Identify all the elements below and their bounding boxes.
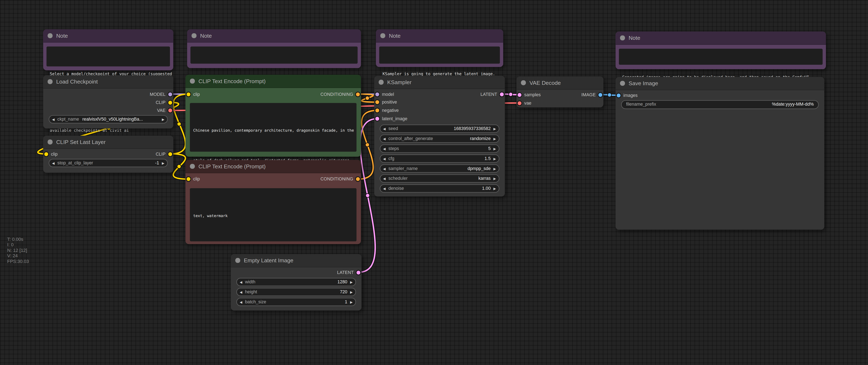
clip-port-icon[interactable] [186, 92, 190, 96]
decrement-arrow-icon[interactable]: ◀ [380, 167, 389, 170]
node-header[interactable]: VAE Decode [517, 77, 603, 90]
decrement-arrow-icon[interactable]: ◀ [49, 118, 57, 121]
node-clip-set-last-layer[interactable]: CLIP Set Last Layer clip CLIP ◀ stop_at_… [43, 135, 173, 173]
widget-height[interactable]: ◀ height 720 ▶ [236, 288, 356, 296]
note-textarea[interactable]: Set your text prompt here (green box for… [190, 47, 358, 64]
increment-arrow-icon[interactable]: ▶ [491, 157, 499, 160]
increment-arrow-icon[interactable]: ▶ [491, 187, 499, 190]
decrement-arrow-icon[interactable]: ◀ [380, 157, 389, 160]
clip-port-icon[interactable] [186, 177, 190, 181]
output-port-conditioning[interactable]: CONDITIONING [320, 92, 360, 97]
decrement-arrow-icon[interactable]: ◀ [49, 161, 57, 164]
node-header[interactable]: Load Checkpoint [43, 75, 173, 89]
node-clip-text-encode-negative[interactable]: CLIP Text Encode (Prompt) clip CONDITION… [185, 160, 361, 244]
clip-port-icon[interactable] [44, 152, 48, 156]
output-port-latent[interactable]: LATENT [337, 270, 361, 275]
decrement-arrow-icon[interactable]: ◀ [380, 187, 389, 190]
clip-port-icon[interactable] [168, 100, 172, 104]
widget-scheduler[interactable]: ◀ scheduler karras ▶ [380, 174, 499, 183]
node-header[interactable]: CLIP Text Encode (Prompt) [185, 75, 361, 88]
collapse-dot-icon[interactable] [521, 81, 526, 85]
increment-arrow-icon[interactable]: ▶ [491, 137, 499, 141]
decrement-arrow-icon[interactable]: ◀ [380, 177, 389, 180]
widget-cfg[interactable]: ◀ cfg 1.5 ▶ [380, 154, 499, 163]
output-port-clip[interactable]: CLIP [156, 151, 172, 156]
widget-width[interactable]: ◀ width 1280 ▶ [236, 278, 356, 286]
latent-port-icon[interactable] [500, 92, 504, 96]
widget-filename-prefix[interactable]: filename_prefix %date:yyyy-MM-dd% [621, 100, 819, 109]
note-header[interactable]: Note [187, 29, 361, 43]
widget-batch-size[interactable]: ◀ batch_size 1 ▶ [236, 298, 356, 306]
note-node-checkpoint[interactable]: Note Select a model/checkpoint of your c… [43, 29, 173, 70]
widget-stop-at-clip-layer[interactable]: ◀ stop_at_clip_layer -1 ▶ [49, 159, 168, 167]
input-port-vae[interactable]: vae [518, 100, 531, 105]
collapse-dot-icon[interactable] [48, 80, 52, 84]
conditioning-port-icon[interactable] [356, 177, 360, 181]
input-port-positive[interactable]: positive [375, 99, 397, 104]
collapse-dot-icon[interactable] [191, 33, 196, 38]
vae-port-icon[interactable] [518, 101, 522, 105]
latent-port-icon[interactable] [356, 270, 361, 274]
widget-control-after-generate[interactable]: ◀ control_after_generate randomize ▶ [380, 134, 499, 143]
model-port-icon[interactable] [375, 92, 379, 96]
node-ksampler[interactable]: KSampler model positive negative latent_… [374, 76, 505, 196]
note-header[interactable]: Note [616, 31, 826, 45]
input-port-model[interactable]: model [375, 92, 394, 97]
collapse-dot-icon[interactable] [379, 80, 383, 85]
note-textarea[interactable]: KSampler is going to generate the latent… [379, 47, 500, 64]
input-port-clip[interactable]: clip [44, 151, 58, 156]
input-port-latent-image[interactable]: latent_image [375, 116, 407, 121]
node-vae-decode[interactable]: VAE Decode samples vae IMAGE [517, 77, 603, 108]
node-clip-text-encode-positive[interactable]: CLIP Text Encode (Prompt) clip CONDITION… [185, 75, 361, 157]
node-empty-latent-image[interactable]: Empty Latent Image LATENT ◀ width 1280 ▶… [231, 254, 362, 311]
widget-sampler-name[interactable]: ◀ sampler_name dpmpp_sde ▶ [380, 164, 499, 173]
decrement-arrow-icon[interactable]: ◀ [237, 300, 245, 304]
image-port-icon[interactable] [598, 93, 602, 97]
latent-port-icon[interactable] [518, 93, 522, 97]
output-port-clip[interactable]: CLIP [156, 100, 172, 105]
collapse-dot-icon[interactable] [48, 140, 52, 144]
note-node-ksampler[interactable]: Note KSampler is going to generate the l… [376, 29, 503, 67]
input-port-negative[interactable]: negative [375, 108, 399, 113]
decrement-arrow-icon[interactable]: ◀ [380, 147, 389, 150]
negative-prompt-textarea[interactable]: text, watermark [190, 188, 356, 241]
decrement-arrow-icon[interactable]: ◀ [237, 291, 245, 294]
output-port-latent[interactable]: LATENT [480, 92, 504, 97]
input-port-clip[interactable]: clip [186, 92, 200, 97]
note-node-save[interactable]: Note Generated images are going to be di… [616, 31, 826, 69]
increment-arrow-icon[interactable]: ▶ [159, 118, 167, 121]
increment-arrow-icon[interactable]: ▶ [347, 300, 355, 304]
note-header[interactable]: Note [376, 29, 503, 43]
node-load-checkpoint[interactable]: Load Checkpoint MODEL CLIP VAE ◀ ckpt_na… [43, 75, 173, 128]
clip-port-icon[interactable] [168, 152, 172, 156]
input-port-images[interactable]: images [617, 93, 638, 98]
decrement-arrow-icon[interactable]: ◀ [380, 137, 389, 141]
node-header[interactable]: CLIP Set Last Layer [43, 135, 173, 149]
collapse-dot-icon[interactable] [620, 36, 625, 40]
conditioning-port-icon[interactable] [375, 100, 379, 104]
node-save-image[interactable]: Save Image images filename_prefix %date:… [616, 77, 824, 230]
collapse-dot-icon[interactable] [380, 33, 385, 38]
conditioning-port-icon[interactable] [375, 109, 379, 113]
note-node-prompt[interactable]: Note Set your text prompt here (green bo… [187, 29, 361, 68]
latent-port-icon[interactable] [375, 117, 379, 121]
increment-arrow-icon[interactable]: ▶ [491, 177, 499, 180]
increment-arrow-icon[interactable]: ▶ [347, 280, 355, 284]
decrement-arrow-icon[interactable]: ◀ [237, 280, 245, 284]
increment-arrow-icon[interactable]: ▶ [491, 127, 499, 130]
widget-steps[interactable]: ◀ steps 5 ▶ [380, 144, 499, 153]
conditioning-port-icon[interactable] [356, 92, 360, 96]
increment-arrow-icon[interactable]: ▶ [159, 161, 167, 164]
output-port-image[interactable]: IMAGE [581, 92, 602, 97]
node-header[interactable]: CLIP Text Encode (Prompt) [185, 160, 361, 173]
node-header[interactable]: KSampler [374, 76, 505, 89]
note-textarea[interactable]: Generated images are going to be display… [619, 49, 823, 65]
node-header[interactable]: Save Image [616, 77, 824, 90]
collapse-dot-icon[interactable] [190, 79, 195, 84]
image-port-icon[interactable] [617, 93, 621, 97]
collapse-dot-icon[interactable] [620, 81, 625, 86]
output-port-model[interactable]: MODEL [150, 92, 172, 97]
output-port-vae[interactable]: VAE [157, 108, 172, 113]
vae-port-icon[interactable] [168, 109, 172, 113]
output-port-conditioning[interactable]: CONDITIONING [320, 177, 360, 182]
